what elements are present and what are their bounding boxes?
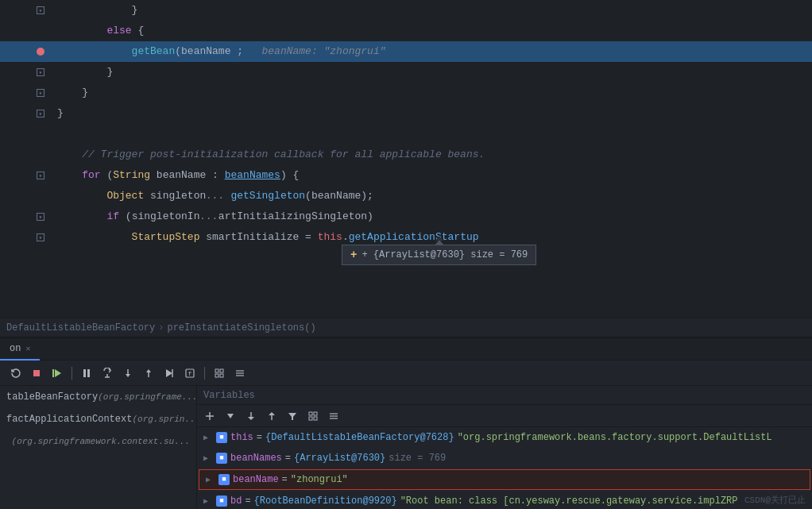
stop-button[interactable] xyxy=(27,364,46,383)
code-line-1: ▾ } xyxy=(0,0,812,21)
gutter-12: ▾ xyxy=(3,233,51,241)
step-out-button[interactable] xyxy=(139,364,158,383)
var-grid-button[interactable] xyxy=(304,407,323,426)
var-eq-bd: = xyxy=(245,496,250,507)
var-name-this: this xyxy=(230,432,253,443)
fold-arrow-9[interactable]: ▾ xyxy=(37,172,44,179)
var-expand-button[interactable] xyxy=(221,407,240,426)
gutter-4: ▾ xyxy=(3,68,51,76)
debug-content: tableBeanFactory (org.springframe... fac… xyxy=(0,386,812,509)
svg-rect-3 xyxy=(83,369,86,377)
var-expand-bd[interactable]: ▶ xyxy=(203,496,213,506)
resume-button[interactable] xyxy=(48,364,67,383)
toolbar-divider-1 xyxy=(72,367,72,380)
variable-row-this[interactable]: ▶ ■ this = {DefaultListableBeanFactory@7… xyxy=(197,427,812,448)
code-content-5: } xyxy=(51,83,812,103)
settings-button[interactable] xyxy=(230,364,249,383)
tooltip-text: + {ArrayList@7630} size = 769 xyxy=(362,249,528,260)
grid-view-button[interactable] xyxy=(210,364,229,383)
breadcrumb-method: preInstantiateSingletons() xyxy=(167,322,315,334)
variables-panel: Variables xyxy=(197,386,812,509)
tooltip-plus-icon: + xyxy=(350,249,357,261)
stack-item-2[interactable]: factApplicationContext (org.sprin... xyxy=(0,408,196,430)
svg-marker-11 xyxy=(166,369,172,377)
stack-item-3[interactable]: (org.springframework.context.su... xyxy=(0,430,196,453)
svg-rect-2 xyxy=(52,369,54,377)
run-to-cursor-button[interactable] xyxy=(160,364,179,383)
var-name-bd: bd xyxy=(230,496,242,507)
svg-rect-18 xyxy=(220,374,223,377)
var-expand-beanname[interactable]: ▶ xyxy=(206,475,215,484)
var-eq-beanname: = xyxy=(282,474,288,485)
var-value-beannames: {ArrayList@7630} xyxy=(294,453,385,464)
gutter-3 xyxy=(3,48,51,56)
svg-marker-10 xyxy=(146,369,151,372)
breadcrumb-bar: DefaultListableBeanFactory › preInstanti… xyxy=(0,318,812,337)
code-content-11: if (singletonIn...artInitializingSinglet… xyxy=(51,206,812,227)
svg-text:f: f xyxy=(188,370,192,377)
variable-row-beanname[interactable]: ▶ ■ beanName = "zhongrui" xyxy=(199,469,810,490)
step-into-button[interactable] xyxy=(118,364,137,383)
fold-arrow-6[interactable]: ▾ xyxy=(37,110,44,118)
svg-marker-26 xyxy=(248,417,254,420)
var-value-this: {DefaultListableBeanFactory@7628} xyxy=(265,432,454,443)
svg-marker-24 xyxy=(227,414,234,418)
stack-item-1[interactable]: tableBeanFactory (org.springframe... xyxy=(0,386,196,408)
var-value-bd-str: "Root bean: class [cn.yesway.rescue.gate… xyxy=(400,496,738,507)
var-add-button[interactable] xyxy=(200,407,219,426)
rerun-button[interactable] xyxy=(6,364,25,383)
svg-rect-15 xyxy=(215,369,218,372)
svg-rect-0 xyxy=(33,370,40,376)
code-line-6: ▾ } xyxy=(0,103,812,124)
var-name-beannames: beanNames xyxy=(230,453,282,464)
svg-marker-29 xyxy=(288,413,296,420)
svg-rect-17 xyxy=(215,374,218,377)
code-line-10: Object singleton... getSingleton(beanNam… xyxy=(0,186,812,206)
var-type-icon-beannames: ■ xyxy=(216,453,227,464)
call-stack-panel: tableBeanFactory (org.springframe... fac… xyxy=(0,386,197,509)
var-size-beannames: size = 769 xyxy=(389,453,446,464)
code-line-11: ▾ if (singletonIn...artInitializingSingl… xyxy=(0,206,812,227)
code-line-5: ▾ } xyxy=(0,83,812,103)
code-line-4: ▾ } xyxy=(0,62,812,83)
code-content-9: for (String beanName : beanNames) { xyxy=(51,165,812,186)
var-value-bd: {RootBeanDefinition@9920} xyxy=(254,496,397,507)
code-content-3: getBean(beanName ; beanName: "zhongrui" xyxy=(51,41,812,62)
tooltip-arrow-inner xyxy=(435,236,443,241)
var-settings-button[interactable] xyxy=(324,407,343,426)
svg-marker-28 xyxy=(269,412,275,415)
svg-rect-30 xyxy=(309,412,312,415)
evaluate-button[interactable]: f xyxy=(180,364,199,383)
svg-rect-31 xyxy=(314,412,317,415)
svg-rect-16 xyxy=(220,369,223,372)
gutter-9: ▾ xyxy=(3,172,51,179)
fold-arrow-12[interactable]: ▾ xyxy=(37,233,44,241)
fold-arrow-5[interactable]: ▾ xyxy=(37,89,44,97)
tooltip-arrow xyxy=(435,240,444,245)
variable-row-beannames[interactable]: ▶ ■ beanNames = {ArrayList@7630} size = … xyxy=(197,448,812,469)
fold-arrow-1[interactable]: ▾ xyxy=(37,6,44,14)
step-over-button[interactable] xyxy=(98,364,117,383)
variables-header: Variables xyxy=(197,386,812,405)
debug-tab-on[interactable]: on ✕ xyxy=(0,338,40,361)
var-down-button[interactable] xyxy=(242,407,261,426)
variable-row-bd[interactable]: ▶ ■ bd = {RootBeanDefinition@9920} "Root… xyxy=(197,491,812,509)
code-line-7 xyxy=(0,124,812,145)
code-line-9: ▾ for (String beanName : beanNames) { xyxy=(0,165,812,186)
var-expand-this[interactable]: ▶ xyxy=(203,433,213,442)
var-filter-button[interactable] xyxy=(283,407,302,426)
svg-rect-4 xyxy=(87,369,90,377)
breadcrumb-separator: › xyxy=(158,322,164,334)
code-content-8: // Trigger post-initialization callback … xyxy=(51,145,812,165)
fold-arrow-4[interactable]: ▾ xyxy=(37,68,44,76)
breakpoint-icon[interactable] xyxy=(37,48,44,56)
var-eq-beannames: = xyxy=(285,453,291,464)
var-value-this-str: "org.springframework.beans.factory.suppo… xyxy=(458,432,772,443)
breadcrumb-class: DefaultListableBeanFactory xyxy=(6,322,155,334)
tab-close-icon[interactable]: ✕ xyxy=(25,344,30,353)
fold-arrow-11[interactable]: ▾ xyxy=(37,213,44,221)
var-expand-beannames[interactable]: ▶ xyxy=(203,453,213,463)
variables-list: ▶ ■ this = {DefaultListableBeanFactory@7… xyxy=(197,427,812,509)
var-up-button[interactable] xyxy=(262,407,281,426)
pause-button[interactable] xyxy=(77,364,96,383)
